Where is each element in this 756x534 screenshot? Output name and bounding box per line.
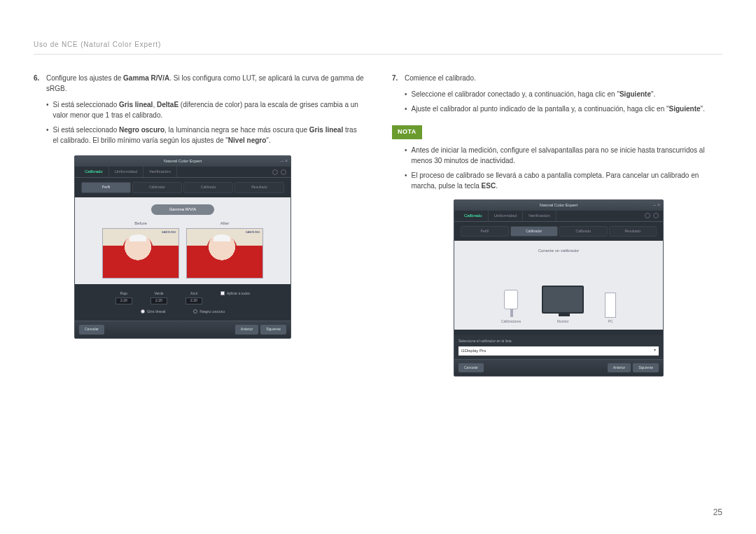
- cancel-button[interactable]: Cancelar: [458, 363, 484, 373]
- gear-icon[interactable]: [272, 169, 278, 175]
- wizard-step-calibrador[interactable]: Calibrador: [510, 226, 559, 237]
- tab-calibrado[interactable]: Calibrado: [79, 167, 109, 177]
- select-label: Seleccione el calibrador en la lista.: [458, 339, 659, 344]
- prev-button[interactable]: Anterior: [235, 325, 259, 335]
- calibrator-select[interactable]: i1Display Pro ▾: [458, 346, 659, 356]
- close-icon[interactable]: – ×: [281, 157, 288, 165]
- bullet-select-calibrator: Seleccione el calibrador conectado y, a …: [412, 89, 722, 99]
- step-6-number: 6.: [34, 73, 43, 94]
- tab-verificacion[interactable]: Verificación: [523, 211, 556, 221]
- brand-logo: SAMSUNG: [246, 230, 260, 234]
- slider-green[interactable]: Verde2.20: [150, 291, 167, 305]
- note-esc: El proceso de calibrado se llevará a cab…: [412, 170, 722, 191]
- brand-logo: SAMSUNG: [162, 230, 176, 234]
- left-column: 6. Configure los ajustes de Gamma R/V/A.…: [34, 73, 364, 377]
- nota-badge: NOTA: [392, 125, 422, 139]
- step-7-number: 7.: [392, 73, 402, 83]
- close-icon[interactable]: – ×: [653, 202, 660, 209]
- wizard-step-perfil[interactable]: Perfil: [461, 226, 509, 237]
- radio-negro-oscuro[interactable]: Negro oscuro: [193, 309, 225, 315]
- wizard-step-calibrado[interactable]: Calibrado: [559, 226, 608, 237]
- step-6-text: Configure los ajustes de Gamma R/V/A. Si…: [46, 73, 364, 94]
- app-titlebar: Natural Color Expert – ×: [75, 156, 290, 167]
- label-after: After: [186, 220, 263, 227]
- slider-red[interactable]: Rojo2.20: [115, 291, 132, 305]
- tab-calibrado[interactable]: Calibrado: [458, 211, 489, 221]
- tab-uniformidad[interactable]: Uniformidad: [489, 211, 523, 221]
- sensor-icon: [504, 290, 518, 309]
- connection-diagram: Calibradores Monitor PC: [463, 261, 654, 324]
- preview-before: SAMSUNG: [102, 228, 179, 279]
- bullet-adjust-calibrator: Ajuste el calibrador al punto indicado d…: [412, 104, 722, 114]
- preview-after: SAMSUNG: [186, 228, 263, 279]
- apply-all-checkbox[interactable]: Aplicar a todos: [220, 291, 250, 305]
- bullet-negro-oscuro: Si está seleccionado Negro oscuro, la lu…: [53, 125, 364, 146]
- step-7-text: Comience el calibrado.: [405, 73, 476, 83]
- app-titlebar: Natural Color Expert – ×: [454, 200, 663, 211]
- connect-message: Conecte un calibrador: [463, 248, 654, 254]
- section-header: Uso de NCE (Natural Color Expert): [34, 41, 722, 55]
- chevron-down-icon: ▾: [654, 347, 656, 353]
- gamma-rva-button[interactable]: Gamma R/V/A: [151, 204, 214, 215]
- screenshot-gamma: Natural Color Expert – × Calibrado Unifo…: [74, 155, 364, 339]
- next-button[interactable]: Siguiente: [260, 325, 286, 335]
- tab-uniformidad[interactable]: Uniformidad: [109, 167, 144, 177]
- wizard-step-calibrado[interactable]: Calibrado: [183, 182, 233, 193]
- screenshot-calibrator: Natural Color Expert – × Calibrado Unifo…: [454, 199, 722, 377]
- help-icon[interactable]: [281, 169, 286, 175]
- note-screensaver: Antes de iniciar la medición, configure …: [412, 145, 722, 166]
- prev-button[interactable]: Anterior: [608, 363, 631, 373]
- tab-verificacion[interactable]: Verificación: [144, 167, 177, 177]
- pc-icon: [605, 293, 616, 318]
- next-button[interactable]: Siguiente: [633, 363, 659, 373]
- page-number: 25: [713, 507, 722, 517]
- right-column: 7. Comience el calibrado. Seleccione el …: [392, 73, 722, 377]
- help-icon[interactable]: [653, 213, 659, 218]
- bullet-gris-lineal: Si está seleccionado Gris lineal, DeltaE…: [53, 99, 364, 120]
- wizard-step-calibrador[interactable]: Calibrador: [132, 182, 182, 193]
- wizard-step-perfil[interactable]: Perfil: [81, 182, 131, 193]
- cancel-button[interactable]: Cancelar: [79, 325, 104, 335]
- gear-icon[interactable]: [645, 213, 650, 218]
- wizard-step-resultado[interactable]: Resultado: [234, 182, 284, 193]
- wizard-step-resultado[interactable]: Resultado: [609, 226, 657, 237]
- radio-gris-lineal[interactable]: Gris lineal: [141, 309, 166, 315]
- slider-blue[interactable]: Azul2.20: [186, 291, 202, 305]
- label-before: Before: [102, 220, 179, 227]
- monitor-icon: [542, 286, 584, 314]
